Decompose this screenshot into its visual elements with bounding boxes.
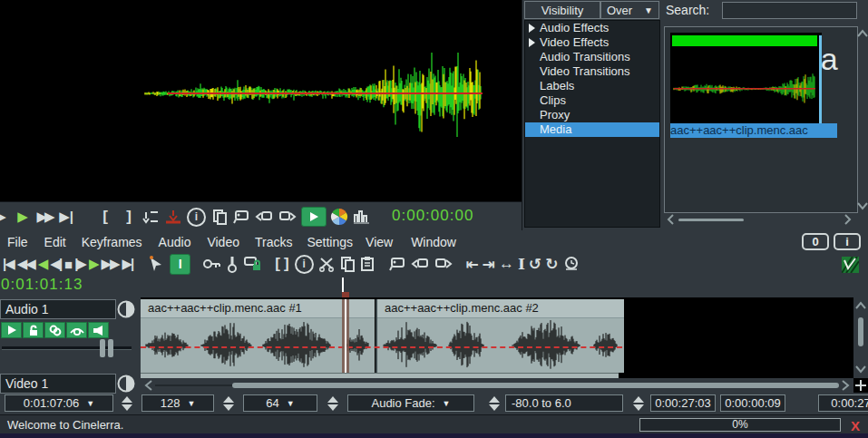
menu-audio[interactable]: Audio xyxy=(159,235,191,249)
next-label-icon[interactable] xyxy=(434,254,455,274)
play-track-toggle[interactable] xyxy=(1,322,22,338)
rewind-icon[interactable]: |◀ xyxy=(3,254,15,274)
fit-selection-icon[interactable]: ↔ xyxy=(499,254,516,274)
jump-end-icon[interactable]: ▶| xyxy=(122,254,135,274)
zero-indicator-box[interactable]: 0 xyxy=(802,233,829,250)
frame-forward-icon[interactable]: |▶ xyxy=(74,254,87,274)
category-video-transitions[interactable]: Video Transitions xyxy=(525,64,659,79)
audio-clip-1[interactable]: aac++aac++clip.menc.aac #1 xyxy=(141,299,375,373)
sample-zoom-dropdown[interactable]: 128▼ xyxy=(141,394,214,412)
range-spinner[interactable] xyxy=(629,394,649,412)
prev-label-icon[interactable] xyxy=(410,254,432,274)
undo-icon[interactable]: ↺ xyxy=(529,254,543,274)
resources-hscrollbar[interactable] xyxy=(666,212,856,227)
cut-paste-mode-icon[interactable]: I xyxy=(170,254,190,275)
track-expand-icon[interactable] xyxy=(117,300,135,318)
audio-track-title[interactable]: Audio 1 xyxy=(0,299,116,319)
prev-label-icon[interactable] xyxy=(254,206,274,228)
span-keyframe-icon[interactable] xyxy=(226,254,240,274)
histogram-icon[interactable] xyxy=(352,206,370,228)
overwrite-icon[interactable] xyxy=(164,206,182,228)
cut-icon[interactable] xyxy=(317,254,337,274)
in-point-icon[interactable]: [ xyxy=(96,206,114,228)
amplitude-zoom-dropdown[interactable]: 64▼ xyxy=(243,394,317,412)
fader-handle[interactable] xyxy=(100,339,113,357)
clip-info-icon[interactable]: i xyxy=(295,255,314,274)
fit-autos-icon[interactable]: I xyxy=(518,254,527,274)
menu-video[interactable]: Video xyxy=(207,235,239,249)
clipped-transport-icon[interactable]: ▶ xyxy=(0,206,10,228)
stop-icon[interactable]: ■ xyxy=(64,254,73,274)
media-thumbnail[interactable] xyxy=(670,33,822,123)
menu-keyframes[interactable]: Keyframes xyxy=(82,235,142,249)
timebar[interactable]: 0:00:10:00 0:00:20:00 0:00:30:00 0:00:40… xyxy=(0,276,868,297)
keyframe-key-icon[interactable] xyxy=(202,254,224,274)
mute-track-toggle[interactable] xyxy=(88,322,109,338)
menu-tracks[interactable]: Tracks xyxy=(255,235,292,249)
menu-window[interactable]: Window xyxy=(411,235,456,249)
resources-vscrollbar[interactable] xyxy=(856,25,868,218)
out-point-icon[interactable]: ] xyxy=(120,206,138,228)
video-track-title[interactable]: Video 1 xyxy=(0,374,116,394)
in-point-icon[interactable]: [ xyxy=(275,254,282,274)
to-timeline-icon[interactable] xyxy=(301,207,327,227)
automation-range-field[interactable]: -80.0 to 6.0 xyxy=(505,394,623,412)
selection-length-field[interactable]: 0:00:00:09 xyxy=(720,394,785,412)
drag-drop-mode-icon[interactable] xyxy=(145,254,167,274)
hscroll-thumb[interactable] xyxy=(232,383,839,388)
arm-track-toggle[interactable] xyxy=(23,322,44,338)
category-media-selected[interactable]: Media xyxy=(525,122,659,137)
gang-fader-toggle[interactable] xyxy=(44,322,65,338)
clip-info-icon[interactable]: i xyxy=(187,208,206,227)
lock-labels-icon[interactable] xyxy=(242,254,264,274)
info-indicator-box[interactable]: i xyxy=(834,233,861,250)
menu-view[interactable]: View xyxy=(366,235,393,249)
fast-forward-icon[interactable]: ▶▶ xyxy=(35,206,54,228)
copy-icon[interactable] xyxy=(339,254,357,274)
expand-arrow-icon[interactable] xyxy=(529,24,535,33)
category-clips[interactable]: Clips xyxy=(525,93,659,108)
vscroll-thumb[interactable] xyxy=(858,317,863,346)
jump-end-icon[interactable]: ▶| xyxy=(57,206,75,228)
label-icon[interactable] xyxy=(388,254,408,274)
mode-dropdown[interactable]: Over ▼ xyxy=(600,1,659,19)
cancel-operation-button[interactable]: X xyxy=(851,416,860,435)
paste-icon[interactable] xyxy=(359,254,377,274)
splice-icon[interactable] xyxy=(142,206,161,228)
play-icon[interactable]: ▶ xyxy=(89,254,100,274)
track-canvas[interactable]: Audio 1 Video 1 xyxy=(0,297,868,393)
menu-file[interactable]: File xyxy=(7,235,28,249)
category-proxy[interactable]: Proxy xyxy=(525,108,659,122)
frame-reverse-icon[interactable]: ◀| xyxy=(50,254,63,274)
category-video-effects[interactable]: Video Effects xyxy=(525,35,659,50)
next-label-icon[interactable] xyxy=(278,206,297,228)
duration-spinner[interactable] xyxy=(117,394,137,412)
expand-arrow-icon[interactable] xyxy=(529,38,535,47)
zoom-crosshair-icon[interactable] xyxy=(853,378,868,393)
media-filename[interactable]: aac++aac++clip.menc.aac xyxy=(670,123,837,138)
reverse-play-icon[interactable]: ◀ xyxy=(38,254,49,274)
automation-type-dropdown[interactable]: Audio Fade:▼ xyxy=(347,394,474,412)
fast-forward-icon[interactable]: ▶▶ xyxy=(101,254,120,274)
toolbar-right-green-icon[interactable] xyxy=(842,257,859,273)
category-audio-effects[interactable]: Audio Effects xyxy=(525,21,659,35)
selection-start-field[interactable]: 0:00:27:03 xyxy=(650,394,716,412)
next-edit-icon[interactable]: ⇥ xyxy=(483,254,497,274)
audio-clip-2[interactable]: aac++aac++clip.menc.aac #2 xyxy=(375,299,624,373)
color-wheel-icon[interactable] xyxy=(330,206,348,228)
amplitude-spinner[interactable] xyxy=(323,394,343,412)
automation-spinner[interactable] xyxy=(484,394,504,412)
track-expand-icon[interactable] xyxy=(117,375,135,393)
label-icon[interactable] xyxy=(232,206,250,228)
out-point-icon[interactable]: ] xyxy=(284,254,291,274)
copy-icon[interactable] xyxy=(210,206,229,228)
menu-settings[interactable]: Settings xyxy=(307,235,353,249)
category-labels[interactable]: Labels xyxy=(525,79,659,93)
timeline-vscrollbar[interactable] xyxy=(853,297,868,378)
menu-edit[interactable]: Edit xyxy=(44,235,66,249)
duration-zoom-dropdown[interactable]: 0:01:07:06▼ xyxy=(5,394,113,412)
prev-edit-icon[interactable]: ⇤ xyxy=(466,254,481,274)
fast-reverse-icon[interactable]: ◀◀ xyxy=(17,254,36,274)
clock-icon[interactable] xyxy=(562,254,582,274)
fade-automation-line[interactable] xyxy=(141,346,622,348)
